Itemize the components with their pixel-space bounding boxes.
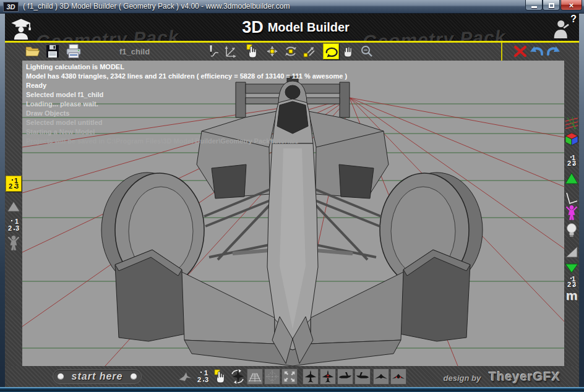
jet-front-view-button[interactable] <box>373 369 389 385</box>
watermark-geometry-pack-right: Geometry Pack <box>362 27 505 41</box>
folder-icon <box>25 45 40 58</box>
grid-lines-button[interactable] <box>565 114 578 132</box>
magnifier-icon <box>359 44 374 59</box>
numbered-points-icon: 123 <box>6 217 22 233</box>
printer-icon <box>66 44 82 59</box>
crosshair-button[interactable] <box>264 369 280 385</box>
minimize-button[interactable] <box>525 0 543 11</box>
man-figure-icon <box>7 235 20 251</box>
open-folder-button[interactable] <box>25 43 41 59</box>
magenta-figure-icon <box>565 205 578 221</box>
triangle-tool-button[interactable] <box>6 198 22 215</box>
brand-logo: TheyerGFX <box>489 370 560 384</box>
select-hand-icon <box>245 44 260 59</box>
app-window: 3D ( f1_child ) 3D Model Builder ( Geome… <box>0 0 584 392</box>
app-icon[interactable]: 3D <box>3 2 19 12</box>
undo-button[interactable] <box>528 43 544 59</box>
select-tool-button[interactable] <box>244 43 260 59</box>
design-by-label: design by <box>444 373 481 383</box>
numbered-points-button[interactable]: 123 <box>565 152 578 169</box>
status-log: Lighting calculation is MODEL Model has … <box>26 62 347 146</box>
maximize-icon <box>549 3 554 8</box>
light-button[interactable] <box>565 223 578 240</box>
status-line: Loading... please wait. <box>26 100 347 109</box>
bottom-bar: start here 123 <box>5 366 579 387</box>
title-bar: 3D ( f1_child ) 3D Model Builder ( Geome… <box>0 0 584 14</box>
redo-button[interactable] <box>546 43 562 59</box>
window-frame-right <box>579 14 584 387</box>
rotate-tool-button[interactable] <box>283 43 299 59</box>
ground-grid-button[interactable] <box>247 369 263 385</box>
viewport-3d-canvas[interactable]: Lighting calculation is MODEL Model has … <box>22 61 564 366</box>
jet-side-left-button[interactable] <box>337 369 353 385</box>
axes-icon <box>223 44 238 59</box>
move-icon <box>265 44 280 59</box>
current-model-name: f1_child <box>119 47 150 56</box>
maximize-button[interactable] <box>543 0 560 11</box>
pan-hand-icon <box>341 44 356 59</box>
start-here-button[interactable]: start here <box>53 369 142 384</box>
pen-icon <box>206 44 221 59</box>
jet-top-view-button[interactable] <box>303 369 319 385</box>
help-icon[interactable]: ? <box>552 15 577 40</box>
draw-tool-button[interactable] <box>205 43 221 59</box>
graduate-figure-icon <box>9 16 33 41</box>
numbered-points-active-button[interactable]: 123 <box>6 175 22 192</box>
delete-button[interactable] <box>512 43 528 59</box>
main-toolbar: f1_child <box>5 43 579 61</box>
pan-tool-button[interactable] <box>340 43 356 59</box>
rgb-cube-icon <box>565 132 578 146</box>
center-arrows-button[interactable] <box>281 369 298 385</box>
status-line: Starting a New Model <box>26 127 347 137</box>
save-button[interactable] <box>45 43 61 59</box>
axes-tool-button[interactable] <box>223 43 239 59</box>
status-line: Ready <box>26 81 347 90</box>
move-tool-button[interactable] <box>264 43 280 59</box>
center-arrows-icon <box>282 369 297 384</box>
magenta-figure-button[interactable] <box>565 204 578 221</box>
window-frame-bottom <box>0 387 584 392</box>
numbered-points-button[interactable]: 123 <box>195 369 211 385</box>
jet-top-view-red-icon <box>320 369 335 384</box>
rgb-cube-button[interactable] <box>565 130 578 148</box>
half-triangle-icon <box>565 245 578 258</box>
green-triangle-up-icon <box>565 173 578 185</box>
right-toolbar: 123 <box>564 61 579 366</box>
status-line: Lighting calculation is MODEL <box>26 62 347 72</box>
letter-m-icon: m <box>566 288 578 303</box>
jet-model-button[interactable] <box>178 369 194 385</box>
window-title: ( f1_child ) 3D Model Builder ( Geometry… <box>23 2 290 11</box>
close-button[interactable]: × <box>560 0 582 11</box>
jet-side-right-button[interactable] <box>354 369 371 385</box>
toolbar-separator <box>501 43 502 61</box>
close-icon: × <box>569 1 574 10</box>
light-bulb-icon <box>565 223 578 240</box>
jet-front-red-icon <box>391 369 406 384</box>
select-hand-button[interactable] <box>212 369 228 385</box>
gray-triangle-icon <box>7 200 20 213</box>
zoom-tool-button[interactable] <box>359 43 375 59</box>
numbered-points-button[interactable]: 123 <box>6 216 22 234</box>
half-triangle-button[interactable] <box>565 243 578 260</box>
spin-model-button[interactable] <box>230 369 246 385</box>
figure-tool-button[interactable] <box>6 234 22 252</box>
scale-tool-button[interactable] <box>301 43 317 59</box>
spin-tool-button-active[interactable] <box>323 43 339 59</box>
start-here-label: start here <box>72 371 123 382</box>
print-button[interactable] <box>66 43 82 59</box>
numbered-points-icon: 123 <box>565 153 578 168</box>
green-up-button[interactable] <box>565 170 578 187</box>
scale-icon <box>302 44 317 59</box>
status-line: Model has 4380 triangles, 2342 lines and… <box>26 72 347 81</box>
credits: design by TheyerGFX <box>444 370 560 384</box>
status-line: Draw Objects <box>26 109 347 118</box>
jet-front-red-button[interactable] <box>390 369 406 385</box>
minimize-icon <box>531 6 537 8</box>
letter-m-button[interactable]: m <box>565 287 578 304</box>
window-frame-left <box>0 14 5 387</box>
header-banner: Geometry Pack 3D Model Builder Geometry … <box>5 14 579 41</box>
undo-arrow-icon <box>528 44 544 59</box>
brand-model-builder: Model Builder <box>268 20 350 35</box>
jet-top-view-red-button[interactable] <box>320 369 336 385</box>
numbered-points-yellow-icon: 123 <box>6 176 22 192</box>
